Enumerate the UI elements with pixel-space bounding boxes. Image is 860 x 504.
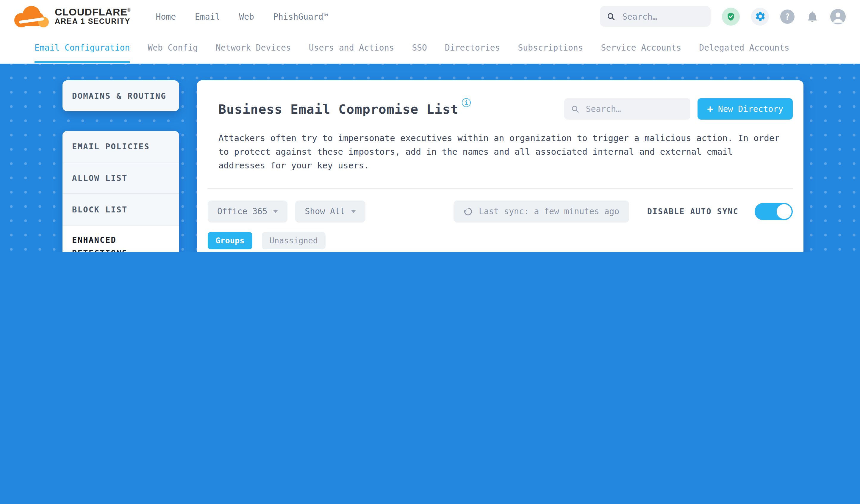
account-icon[interactable] xyxy=(830,9,846,24)
tab-service-accounts[interactable]: Service Accounts xyxy=(601,33,682,63)
top-header: CLOUDFLARE® AREA 1 SECURITY Home Email W… xyxy=(0,0,860,33)
panel-header: Business Email Compromise Listi + New Di… xyxy=(197,80,803,120)
last-sync-button[interactable]: Last sync: a few minutes ago xyxy=(453,200,629,222)
registered-mark: ® xyxy=(127,8,131,12)
header-actions: ? xyxy=(600,6,846,27)
tab-email-configuration[interactable]: Email Configuration xyxy=(34,33,130,63)
notifications-bell-icon[interactable] xyxy=(806,10,819,23)
sidebar-item-allow-list[interactable]: ALLOW LIST xyxy=(62,162,179,194)
tab-web-config[interactable]: Web Config xyxy=(147,33,198,63)
page-description: Attackers often try to impersonate execu… xyxy=(218,131,781,173)
chevron-down-icon xyxy=(273,210,278,213)
main-panel: Business Email Compromise Listi + New Di… xyxy=(197,80,803,252)
global-search[interactable] xyxy=(600,6,711,27)
search-icon xyxy=(571,104,579,113)
plus-icon: + xyxy=(707,104,713,114)
tab-groups[interactable]: Groups xyxy=(208,232,252,249)
app-window: CLOUDFLARE® AREA 1 SECURITY Home Email W… xyxy=(0,0,860,252)
sidebar-card-policies: EMAIL POLICIES ALLOW LIST BLOCK LIST ENH… xyxy=(62,131,179,252)
search-icon xyxy=(607,12,615,21)
sidebar-card-domains: DOMAINS & ROUTING xyxy=(62,80,179,111)
cloudflare-logo[interactable]: CLOUDFLARE® AREA 1 SECURITY xyxy=(14,6,131,27)
shield-check-icon[interactable] xyxy=(722,8,740,25)
tab-users-and-actions[interactable]: Users and Actions xyxy=(309,33,394,63)
list-search-input[interactable] xyxy=(585,103,684,114)
sidebar-item-email-policies[interactable]: EMAIL POLICIES xyxy=(62,131,179,162)
global-search-input[interactable] xyxy=(621,11,703,22)
sidebar-section-enhanced-detections: ENHANCED DETECTIONS Business Email Compr… xyxy=(62,226,179,252)
sync-restore-icon xyxy=(463,206,473,216)
chevron-down-icon xyxy=(351,210,356,213)
nav-phishguard[interactable]: PhishGuard™ xyxy=(273,12,328,21)
sidebar-item-domains-routing[interactable]: DOMAINS & ROUTING xyxy=(62,80,179,111)
disable-auto-sync-label: DISABLE AUTO SYNC xyxy=(647,207,739,216)
directory-select[interactable]: Office 365 xyxy=(208,200,288,222)
nav-web[interactable]: Web xyxy=(239,12,254,21)
logo-wordmark: CLOUDFLARE xyxy=(55,6,127,18)
tab-unassigned[interactable]: Unassigned xyxy=(262,232,326,249)
primary-nav: Home Email Web PhishGuard™ xyxy=(156,12,329,21)
list-search[interactable] xyxy=(564,98,690,120)
tab-directories[interactable]: Directories xyxy=(445,33,500,63)
sidebar-item-enhanced-detections[interactable]: ENHANCED DETECTIONS xyxy=(72,234,149,252)
cloudflare-cloud-icon xyxy=(14,6,49,27)
nav-home[interactable]: Home xyxy=(156,12,176,21)
tab-network-devices[interactable]: Network Devices xyxy=(216,33,291,63)
settings-gear-icon[interactable] xyxy=(751,8,769,25)
sidebar-item-block-list[interactable]: BLOCK LIST xyxy=(62,194,179,226)
toggle-knob xyxy=(777,204,791,219)
page-title: Business Email Compromise Listi xyxy=(218,101,471,116)
info-icon[interactable]: i xyxy=(462,98,471,107)
logo-subtitle: AREA 1 SECURITY xyxy=(55,18,131,26)
section-tabs: Email Configuration Web Config Network D… xyxy=(0,33,860,64)
tab-subscriptions[interactable]: Subscriptions xyxy=(518,33,583,63)
nav-email[interactable]: Email xyxy=(195,12,220,21)
group-view-tabs: Groups Unassigned xyxy=(208,232,793,249)
tab-delegated-accounts[interactable]: Delegated Accounts xyxy=(699,33,789,63)
content-area: DOMAINS & ROUTING EMAIL POLICIES ALLOW L… xyxy=(0,64,860,252)
new-directory-button[interactable]: + New Directory xyxy=(698,98,793,120)
tab-sso[interactable]: SSO xyxy=(412,33,427,63)
help-icon[interactable]: ? xyxy=(780,9,794,24)
show-filter-select[interactable]: Show All xyxy=(296,200,366,222)
divider xyxy=(208,188,793,188)
auto-sync-toggle[interactable] xyxy=(755,203,793,220)
filter-bar: Office 365 Show All Last sync: a few min… xyxy=(208,200,793,222)
sidebar: DOMAINS & ROUTING EMAIL POLICIES ALLOW L… xyxy=(62,80,179,252)
